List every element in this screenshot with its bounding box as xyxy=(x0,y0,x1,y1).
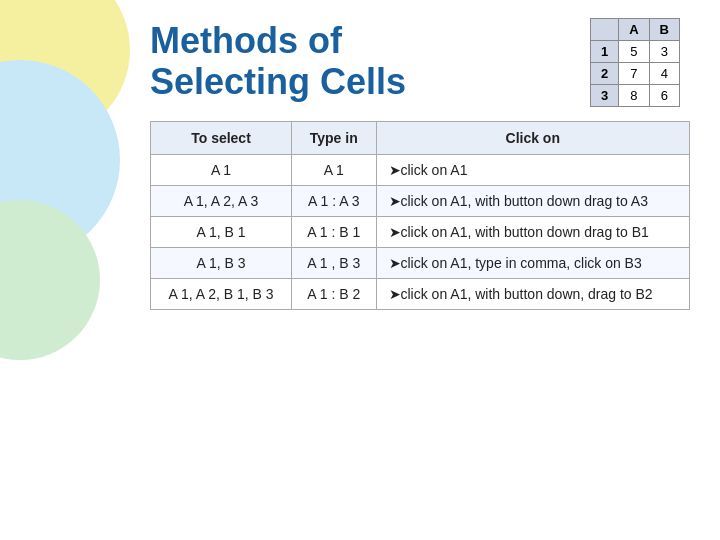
cell-click-on: ➤click on A1 xyxy=(376,154,690,185)
mini-table-row: 274 xyxy=(590,63,679,85)
mini-cell: 4 xyxy=(649,63,679,85)
mini-spreadsheet: A B 153274386 xyxy=(590,18,680,107)
mini-th-empty xyxy=(590,19,618,41)
table-row: A 1, A 2, A 3A 1 : A 3➤click on A1, with… xyxy=(151,185,690,216)
col-header-click-on: Click on xyxy=(376,121,690,154)
mini-cell: 5 xyxy=(619,41,649,63)
col-header-type-in: Type in xyxy=(292,121,376,154)
main-table-wrapper: To select Type in Click on A 1A 1➤click … xyxy=(150,121,690,310)
cell-to-select: A 1, A 2, B 1, B 3 xyxy=(151,278,292,309)
cell-to-select: A 1, B 1 xyxy=(151,216,292,247)
cell-click-on: ➤click on A1, type in comma, click on B3 xyxy=(376,247,690,278)
mini-row-header: 3 xyxy=(590,85,618,107)
mini-spreadsheet-table: A B 153274386 xyxy=(590,18,680,107)
table-row: A 1, A 2, B 1, B 3A 1 : B 2➤click on A1,… xyxy=(151,278,690,309)
mini-table-row: 153 xyxy=(590,41,679,63)
mini-th-b: B xyxy=(649,19,679,41)
cell-click-on: ➤click on A1, with button down drag to B… xyxy=(376,216,690,247)
table-row: A 1, B 3A 1 , B 3➤click on A1, type in c… xyxy=(151,247,690,278)
mini-cell: 8 xyxy=(619,85,649,107)
main-table: To select Type in Click on A 1A 1➤click … xyxy=(150,121,690,310)
table-row: A 1, B 1A 1 : B 1➤click on A1, with butt… xyxy=(151,216,690,247)
mini-cell: 7 xyxy=(619,63,649,85)
mini-cell: 6 xyxy=(649,85,679,107)
table-header-row: To select Type in Click on xyxy=(151,121,690,154)
mini-cell: 3 xyxy=(649,41,679,63)
mini-row-header: 1 xyxy=(590,41,618,63)
cell-type-in: A 1 , B 3 xyxy=(292,247,376,278)
cell-click-on: ➤click on A1, with button down drag to A… xyxy=(376,185,690,216)
col-header-to-select: To select xyxy=(151,121,292,154)
cell-type-in: A 1 : A 3 xyxy=(292,185,376,216)
table-row: A 1A 1➤click on A1 xyxy=(151,154,690,185)
mini-th-a: A xyxy=(619,19,649,41)
cell-click-on: ➤click on A1, with button down, drag to … xyxy=(376,278,690,309)
cell-to-select: A 1 xyxy=(151,154,292,185)
cell-type-in: A 1 : B 2 xyxy=(292,278,376,309)
mini-table-row: 386 xyxy=(590,85,679,107)
cell-to-select: A 1, A 2, A 3 xyxy=(151,185,292,216)
cell-to-select: A 1, B 3 xyxy=(151,247,292,278)
cell-type-in: A 1 : B 1 xyxy=(292,216,376,247)
cell-type-in: A 1 xyxy=(292,154,376,185)
mini-row-header: 2 xyxy=(590,63,618,85)
